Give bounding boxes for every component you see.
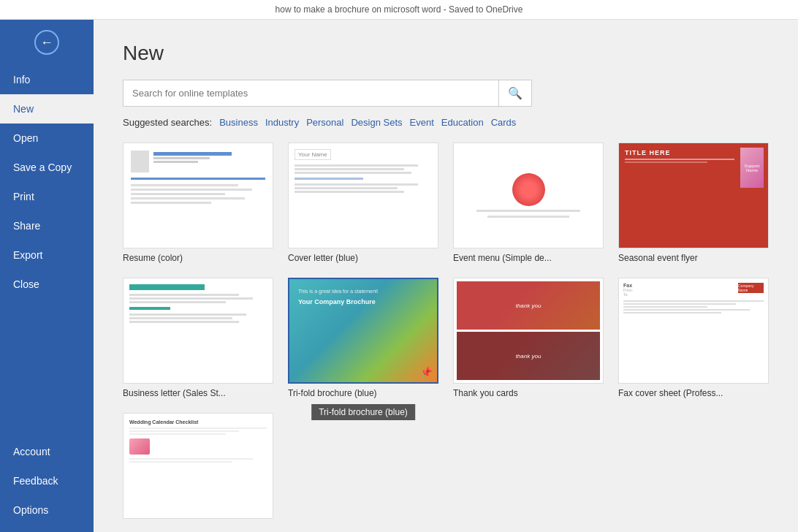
- template-label-fax: Fax cover sheet (Profess...: [618, 388, 769, 398]
- tag-personal[interactable]: Personal: [306, 117, 343, 128]
- template-fax[interactable]: Fax From: To: Company Name: [618, 278, 769, 398]
- sidebar-item-open[interactable]: Open: [0, 123, 94, 153]
- template-thumb-resume: [123, 142, 273, 248]
- template-label-biz: Business letter (Sales St...: [123, 388, 273, 398]
- sidebar-item-share[interactable]: Share: [0, 211, 94, 240]
- tag-event[interactable]: Event: [410, 117, 434, 128]
- template-thumb-seasonal: TITLE HERE Support Name: [618, 142, 769, 248]
- title-bar: how to make a brochure on microsoft word…: [0, 0, 798, 20]
- page-title: New: [123, 42, 769, 65]
- template-label-event: Event menu (Simple de...: [453, 253, 604, 263]
- sidebar: ← Info New Open Save a Copy Print Share …: [0, 20, 94, 532]
- templates-grid: Resume (color) Your Name: [123, 142, 769, 523]
- sidebar-item-new[interactable]: New: [0, 94, 94, 123]
- back-circle-icon: ←: [34, 30, 59, 55]
- template-thumb-thankyou: thank you thank you: [453, 278, 604, 384]
- template-label-thankyou: Thank you cards: [453, 388, 604, 398]
- template-thumb-calendar: Wedding Calendar Checklist: [123, 413, 273, 519]
- template-label-cover: Cover letter (blue): [288, 253, 438, 263]
- template-thumb-fax: Fax From: To: Company Name: [618, 278, 769, 384]
- template-label-resume: Resume (color): [123, 253, 273, 263]
- tag-cards[interactable]: Cards: [491, 117, 517, 128]
- back-button[interactable]: ←: [0, 20, 94, 65]
- template-resume-color[interactable]: Resume (color): [123, 142, 273, 263]
- pin-icon: 📌: [420, 366, 433, 378]
- template-thumb-trifold: This is a great idea for a statement! Yo…: [288, 278, 438, 384]
- template-cover-letter[interactable]: Your Name Cover letter (blue): [288, 142, 438, 263]
- template-calendar[interactable]: Wedding Calendar Checklist: [123, 413, 273, 523]
- template-thumb-biz: [123, 278, 273, 384]
- template-thankyou[interactable]: thank you thank you Thank you cards: [453, 278, 604, 398]
- tag-education[interactable]: Education: [441, 117, 484, 128]
- template-event-menu[interactable]: Event menu (Simple de...: [453, 142, 604, 263]
- template-label-seasonal: Seasonal event flyer: [618, 253, 769, 263]
- template-biz-letter[interactable]: Business letter (Sales St...: [123, 278, 273, 398]
- sidebar-item-info[interactable]: Info: [0, 65, 94, 94]
- template-thumb-cover: Your Name: [288, 142, 438, 248]
- suggested-searches: Suggested searches: Business Industry Pe…: [123, 117, 769, 128]
- search-input[interactable]: [123, 82, 498, 104]
- tag-design-sets[interactable]: Design Sets: [351, 117, 402, 128]
- sidebar-item-account[interactable]: Account: [0, 437, 94, 466]
- template-label-trifold: Tri-fold brochure (blue): [288, 388, 438, 398]
- sidebar-item-save-copy[interactable]: Save a Copy: [0, 153, 94, 182]
- main-content: New 🔍 Suggested searches: Business Indus…: [94, 20, 798, 532]
- suggested-label: Suggested searches:: [123, 117, 212, 128]
- sidebar-item-print[interactable]: Print: [0, 182, 94, 211]
- tag-business[interactable]: Business: [219, 117, 258, 128]
- template-thumb-event: [453, 142, 604, 248]
- search-bar: 🔍: [123, 80, 532, 107]
- sidebar-item-export[interactable]: Export: [0, 240, 94, 270]
- sidebar-item-options[interactable]: Options: [0, 495, 94, 525]
- template-trifold[interactable]: This is a great idea for a statement! Yo…: [288, 278, 438, 398]
- template-seasonal-flyer[interactable]: TITLE HERE Support Name Seasonal event f…: [618, 142, 769, 263]
- sidebar-item-feedback[interactable]: Feedback: [0, 466, 94, 495]
- title-text: how to make a brochure on microsoft word…: [276, 4, 523, 15]
- tag-industry[interactable]: Industry: [265, 117, 299, 128]
- search-button[interactable]: 🔍: [498, 80, 531, 106]
- tooltip-trifold: Tri-fold brochure (blue): [311, 404, 415, 420]
- sidebar-item-close[interactable]: Close: [0, 270, 94, 299]
